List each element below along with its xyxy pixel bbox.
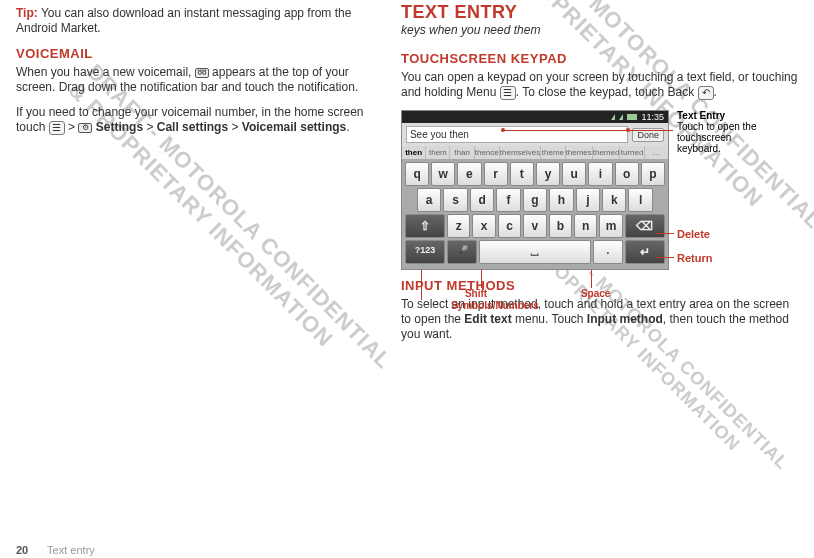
key-f[interactable]: f	[496, 188, 520, 212]
key-d[interactable]: d	[470, 188, 494, 212]
signal-icon	[611, 114, 615, 120]
callout-title: Text Entry	[677, 110, 725, 121]
menu-icon: ☰	[49, 121, 65, 135]
voicemail-settings-label: Voicemail settings	[242, 120, 346, 134]
call-settings-label: Call settings	[157, 120, 228, 134]
callout-line	[421, 270, 422, 300]
key-i[interactable]: i	[588, 162, 612, 186]
status-bar: 11:35	[402, 111, 668, 123]
suggestion[interactable]: …	[645, 146, 668, 159]
touchscreen-p1: You can open a keypad on your screen by …	[401, 70, 798, 100]
key-row-4: ?123 🎤 ⎵ . ↵	[405, 240, 665, 264]
text-run: .	[714, 85, 717, 99]
key-b[interactable]: b	[549, 214, 572, 238]
callout-line	[656, 257, 674, 258]
text-run: .	[346, 120, 349, 134]
suggestion[interactable]: themes	[566, 146, 593, 159]
key-delete[interactable]: ⌫	[625, 214, 665, 238]
settings-icon: ⚙	[78, 123, 92, 133]
key-p[interactable]: p	[641, 162, 665, 186]
callout-shift: Shift	[465, 288, 487, 299]
left-column: Tip: You can also download an instant me…	[6, 0, 391, 354]
suggestion[interactable]: themed	[593, 146, 621, 159]
callout-line	[591, 270, 592, 288]
separator: >	[228, 120, 242, 134]
key-t[interactable]: t	[510, 162, 534, 186]
key-v[interactable]: v	[523, 214, 546, 238]
callout-return: Return	[677, 252, 712, 264]
key-w[interactable]: w	[431, 162, 455, 186]
suggestion-bar: then them than thence themselves theme t…	[402, 146, 668, 159]
key-e[interactable]: e	[457, 162, 481, 186]
callout-symbols: Symbols/Numbers	[451, 300, 539, 311]
key-symbols[interactable]: ?123	[405, 240, 445, 264]
key-l[interactable]: l	[628, 188, 652, 212]
key-s[interactable]: s	[443, 188, 467, 212]
key-a[interactable]: a	[417, 188, 441, 212]
callout-delete: Delete	[677, 228, 710, 240]
settings-label: Settings	[92, 120, 143, 134]
suggestion[interactable]: then	[402, 146, 426, 159]
keypad-diagram: 11:35 See you then Done then them than t…	[401, 110, 771, 270]
callout-sub: Touch to open the touchscreen keyboard.	[677, 121, 769, 154]
key-space[interactable]: ⎵	[479, 240, 591, 264]
key-u[interactable]: u	[562, 162, 586, 186]
text-run: menu. Touch	[512, 312, 587, 326]
key-m[interactable]: m	[599, 214, 622, 238]
suggestion[interactable]: themselves	[500, 146, 541, 159]
battery-icon	[627, 114, 637, 120]
key-c[interactable]: c	[498, 214, 521, 238]
text-entry-heading: TEXT ENTRY	[401, 2, 798, 23]
page-number: 20	[16, 544, 28, 556]
suggestion[interactable]: thence	[475, 146, 500, 159]
suggestion[interactable]: them	[426, 146, 450, 159]
key-y[interactable]: y	[536, 162, 560, 186]
voicemail-icon: ➿	[195, 68, 209, 78]
tip-text: You can also download an instant messagi…	[16, 6, 351, 35]
voicemail-heading: VOICEMAIL	[16, 46, 381, 61]
suggestion[interactable]: turned	[620, 146, 644, 159]
signal-icon	[619, 114, 623, 120]
key-r[interactable]: r	[484, 162, 508, 186]
callout-dot	[626, 128, 630, 132]
key-h[interactable]: h	[549, 188, 573, 212]
key-o[interactable]: o	[615, 162, 639, 186]
callout-line	[481, 270, 482, 288]
footer-section: Text entry	[47, 544, 95, 556]
phone-mock: 11:35 See you then Done then them than t…	[401, 110, 669, 270]
callout-line	[501, 130, 673, 131]
key-period[interactable]: .	[593, 240, 623, 264]
menu-icon: ☰	[500, 86, 516, 100]
suggestion[interactable]: theme	[541, 146, 565, 159]
key-shift[interactable]: ⇧	[405, 214, 445, 238]
key-mic[interactable]: 🎤	[447, 240, 477, 264]
suggestion[interactable]: than	[450, 146, 474, 159]
text-area-row: See you then Done	[402, 123, 668, 146]
text-field[interactable]: See you then	[406, 126, 628, 143]
page-footer: 20 Text entry	[16, 544, 95, 556]
key-q[interactable]: q	[405, 162, 429, 186]
touchscreen-keypad-heading: TOUCHSCREEN KEYPAD	[401, 51, 798, 66]
keyboard: q w e r t y u i o p a s d	[402, 159, 668, 269]
key-g[interactable]: g	[523, 188, 547, 212]
voicemail-p1: When you have a new voicemail, ➿ appears…	[16, 65, 381, 95]
tip-label: Tip:	[16, 6, 38, 20]
key-z[interactable]: z	[447, 214, 470, 238]
edit-text-label: Edit text	[464, 312, 511, 326]
key-n[interactable]: n	[574, 214, 597, 238]
key-row-1: q w e r t y u i o p	[405, 162, 665, 186]
key-row-3: ⇧ z x c v b n m ⌫	[405, 214, 665, 238]
back-icon: ↶	[698, 86, 714, 100]
separator: >	[65, 120, 79, 134]
text-run: . To close the keypad, touch Back	[516, 85, 698, 99]
text-entry-subtitle: keys when you need them	[401, 23, 798, 37]
right-column: TEXT ENTRY keys when you need them TOUCH…	[391, 0, 808, 354]
voicemail-p2: If you need to change your voicemail num…	[16, 105, 381, 135]
clock: 11:35	[641, 112, 664, 122]
key-k[interactable]: k	[602, 188, 626, 212]
key-x[interactable]: x	[472, 214, 495, 238]
separator: >	[143, 120, 157, 134]
key-j[interactable]: j	[576, 188, 600, 212]
key-return[interactable]: ↵	[625, 240, 665, 264]
callout-line	[656, 233, 674, 234]
